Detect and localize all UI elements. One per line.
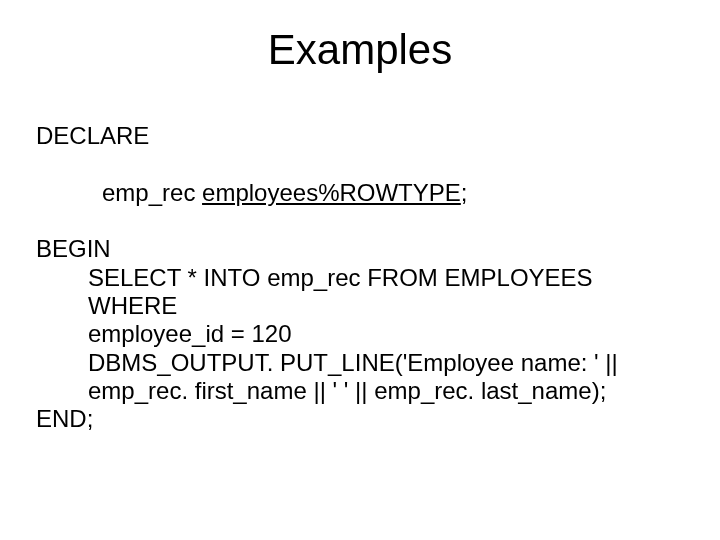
slide-title: Examples bbox=[36, 26, 684, 74]
code-line: emp_rec. first_name || ' ' || emp_rec. l… bbox=[36, 377, 684, 405]
code-block: DECLARE emp_rec employees%ROWTYPE; BEGIN… bbox=[36, 122, 684, 433]
code-line: emp_rec employees%ROWTYPE; bbox=[36, 150, 684, 235]
slide: Examples DECLARE emp_rec employees%ROWTY… bbox=[0, 0, 720, 540]
code-line: DECLARE bbox=[36, 122, 684, 150]
code-text: ; bbox=[461, 179, 468, 206]
code-line: BEGIN bbox=[36, 235, 684, 263]
code-line: END; bbox=[36, 405, 684, 433]
code-text: emp_rec bbox=[102, 179, 195, 206]
code-line: DBMS_OUTPUT. PUT_LINE('Employee name: ' … bbox=[36, 349, 684, 377]
code-text-underline: employees%ROWTYPE bbox=[202, 179, 461, 206]
code-line: SELECT * INTO emp_rec FROM EMPLOYEES WHE… bbox=[36, 264, 684, 321]
code-line: employee_id = 120 bbox=[36, 320, 684, 348]
